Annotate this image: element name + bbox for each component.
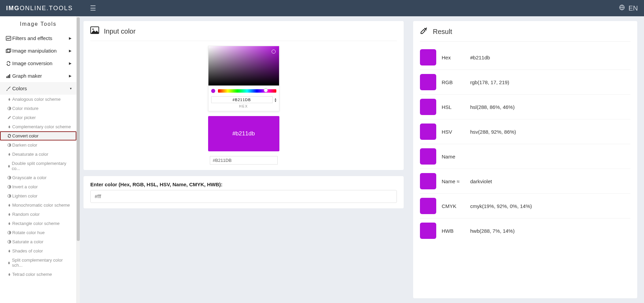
sub-label: Lighten color [12,193,37,198]
sub-label: Convert color [12,133,38,138]
sidebar-item-label: Image conversion [12,60,52,66]
result-row-hsv: HSVhsv(288, 92%, 86%) [420,119,630,144]
chevron-down-icon: ▾ [70,87,72,90]
sub-label: Complementary color scheme [12,124,71,129]
sub-icon [6,125,12,129]
sidebar-sub-desaturate-a-color[interactable]: Desaturate a color [0,150,76,159]
topbar-left: IMGONLINE.TOOLS ☰ [6,4,96,12]
sub-icon [6,249,12,253]
sub-icon [6,164,12,168]
sidebar-item-filters[interactable]: Filters and effects ▶ [0,32,76,44]
sidebar-sub-split-complementary-color-sch[interactable]: Split complementary color sch... [0,255,76,270]
result-value[interactable]: cmyk(19%, 92%, 0%, 14%) [470,203,532,209]
sidebar-item-colors[interactable]: Colors ▾ [0,82,76,95]
format-toggle[interactable]: ▴▾ [275,97,276,102]
sidebar-sub-grayscale-a-color[interactable]: Grayscale a color [0,173,76,182]
sub-icon [6,240,12,244]
result-value[interactable]: darkviolet [470,178,492,184]
sidebar-item-graph[interactable]: Graph maker ▶ [0,70,76,82]
sidebar-sub-color-picker[interactable]: Color picker [0,113,76,122]
sidebar-sub-analogous-color-scheme[interactable]: Analogous color scheme [0,95,76,104]
scrollbar-thumb[interactable] [77,17,80,241]
sub-icon [6,203,12,207]
sidebar-title: Image Tools [0,16,76,32]
chevron-right-icon: ▶ [69,74,72,78]
topbar-right[interactable]: EN [619,4,638,12]
svg-point-17 [92,29,94,30]
picker-hex-input[interactable]: #B211DB [211,96,273,103]
sub-icon [6,97,12,101]
result-row-cmyk: CMYKcmyk(19%, 92%, 0%, 14%) [420,194,630,219]
result-value[interactable]: rgb(178, 17, 219) [470,79,509,85]
color-value-input[interactable] [210,156,278,165]
current-hue-dot [211,89,215,93]
enter-color-card: Enter color (Hex, RGB, HSL, HSV, Name, C… [84,176,404,208]
sub-icon [6,194,12,198]
sidebar-sub-rotate-color-hue[interactable]: Rotate color hue [0,228,76,237]
sidebar-sub-convert-color[interactable]: Convert color [0,131,76,140]
sidebar-scrollbar[interactable] [77,16,80,303]
hue-thumb[interactable] [264,88,268,92]
colors-submenu: Analogous color schemeColor mixtureColor… [0,95,76,279]
sub-label: Rotate color hue [12,230,44,235]
main-content: Input color #B2 [77,16,644,303]
sidebar-sub-darken-color[interactable]: Darken color [0,140,76,150]
result-value[interactable]: hsl(288, 86%, 46%) [470,104,515,110]
result-label: Name ≈ [442,178,465,184]
svg-rect-8 [9,74,10,78]
sidebar-item-label: Colors [12,86,27,91]
enter-color-label: Enter color (Hex, RGB, HSL, HSV, Name, C… [90,182,397,187]
sidebar-sub-shades-of-color[interactable]: Shades of color [0,246,76,255]
sv-cursor[interactable] [272,50,276,54]
input-card-title: Input color [104,27,135,35]
sidebar-item-manipulation[interactable]: Image manipulation ▶ [0,44,76,57]
result-card-title: Result [433,28,452,36]
result-row-rgb: RGBrgb(178, 17, 219) [420,70,630,95]
result-value[interactable]: hsv(288, 92%, 86%) [470,129,516,135]
sub-icon [6,231,12,234]
sub-label: Shades of color [12,248,43,253]
result-row-name: Name ≈darkviolet [420,169,630,194]
result-value[interactable]: hwb(288, 7%, 14%) [470,228,515,234]
sidebar-sub-invert-a-color[interactable]: Invert a color [0,182,76,191]
menu-toggle-icon[interactable]: ☰ [90,4,96,12]
color-preview-swatch: #b211db [208,116,279,151]
sub-label: Random color [12,212,40,217]
result-row-hsl: HSLhsl(288, 86%, 46%) [420,95,630,119]
sidebar-sub-tetrad-color-scheme[interactable]: Tetrad color scheme [0,270,76,279]
sidebar-sub-lighten-color[interactable]: Lighten color [0,191,76,201]
swatch-text: #b211db [232,130,255,137]
sidebar-sub-color-mixture[interactable]: Color mixture [0,104,76,113]
enter-color-input[interactable] [90,190,397,203]
sidebar-item-conversion[interactable]: Image conversion ▶ [0,57,76,70]
sub-icon [6,176,12,179]
sidebar-sub-rectangle-color-scheme[interactable]: Rectangle color scheme [0,219,76,228]
sidebar-sub-double-split-complementary-co[interactable]: Double split complementary co... [0,159,76,173]
result-swatch [420,198,436,214]
image-icon [90,26,99,36]
sidebar-sub-random-color[interactable]: Random color [0,210,76,219]
sub-label: Split complementary color sch... [12,258,72,268]
sub-label: Saturate a color [12,239,43,244]
result-swatch [420,124,436,140]
sub-label: Double split complementary co... [12,161,72,171]
sidebar-sub-saturate-a-color[interactable]: Saturate a color [0,237,76,246]
result-value[interactable]: #b211db [470,55,490,60]
sidebar: Image Tools Filters and effects ▶ Image … [0,16,77,303]
svg-rect-7 [8,75,9,78]
logo-mid: ONLINE. [20,5,49,12]
sv-canvas[interactable] [208,46,279,86]
hue-slider[interactable] [218,89,276,93]
brush-icon [5,86,12,91]
sub-label: Analogous color scheme [12,97,60,102]
graph-icon [5,74,12,78]
result-label: HSL [442,104,465,110]
sub-label: Tetrad color scheme [12,272,52,277]
logo-bold: IMG [6,5,20,12]
sub-label: Color picker [12,115,36,120]
logo[interactable]: IMGONLINE.TOOLS [6,5,73,12]
sidebar-sub-complementary-color-scheme[interactable]: Complementary color scheme [0,122,76,131]
sub-icon [6,261,12,265]
sidebar-sub-monochromatic-color-scheme[interactable]: Monochromatic color scheme [0,201,76,210]
color-picker[interactable]: #B211DB ▴▾ HEX [208,46,279,111]
